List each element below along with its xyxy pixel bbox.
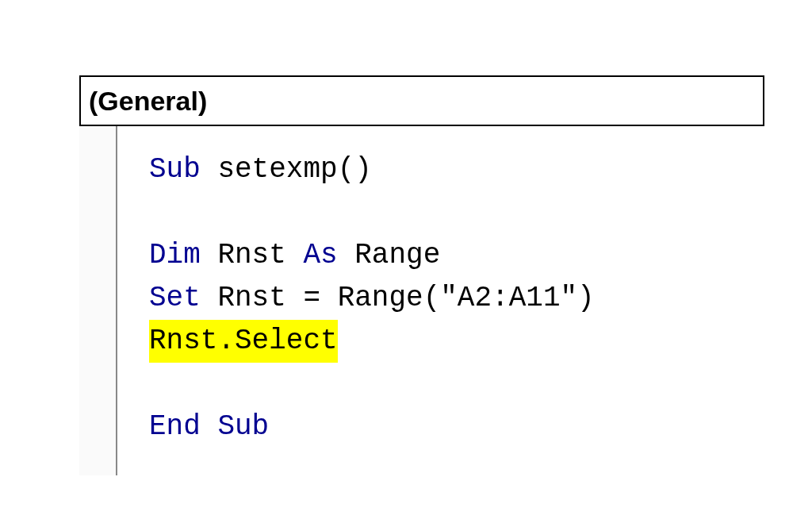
var-name: Rnst [201, 239, 304, 271]
code-area: Sub setexmp() Dim Rnst As Range Set Rnst… [79, 125, 764, 475]
assign-text: Rnst = Range( [201, 282, 440, 314]
keyword-end-sub: End Sub [149, 410, 269, 443]
keyword-as: As [303, 239, 337, 271]
dropdown-label: (General) [89, 86, 207, 117]
keyword-dim: Dim [149, 239, 201, 271]
highlighted-line: Rnst.Select [149, 320, 338, 363]
code-line-set: Set Rnst = Range("A2:A11") [149, 277, 764, 320]
vba-editor-window: (General) Sub setexmp() Dim Rnst As Rang… [79, 75, 764, 475]
code-line-endsub: End Sub [149, 406, 764, 448]
keyword-set: Set [149, 282, 201, 314]
type-name: Range [338, 239, 441, 271]
blank-line [149, 191, 764, 234]
object-dropdown[interactable]: (General) [79, 75, 764, 125]
keyword-sub: Sub [149, 153, 201, 186]
code-pane[interactable]: Sub setexmp() Dim Rnst As Range Set Rnst… [117, 126, 764, 475]
paren-close: ) [577, 282, 595, 314]
code-line-dim: Dim Rnst As Range [149, 234, 764, 277]
blank-line [149, 363, 764, 406]
proc-name: setexmp() [201, 153, 372, 186]
code-line-select: Rnst.Select [149, 320, 764, 363]
code-margin [79, 126, 117, 475]
string-literal: "A2:A11" [440, 282, 577, 314]
code-line-sub: Sub setexmp() [149, 148, 764, 191]
